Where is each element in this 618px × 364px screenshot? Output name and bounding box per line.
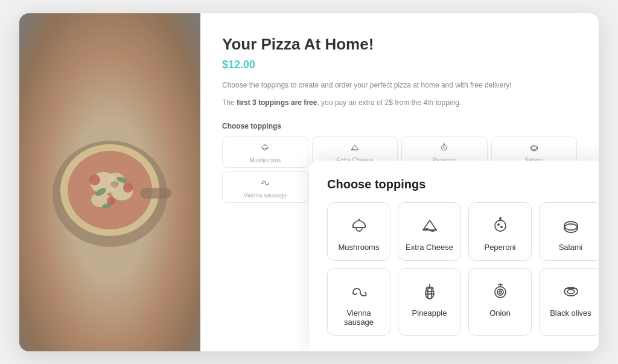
salami-icon-large bbox=[560, 214, 582, 237]
peperoni-name-large: Peperoni bbox=[484, 243, 515, 252]
topping-large-peperoni[interactable]: Peperoni bbox=[468, 202, 532, 261]
topping-large-vienna-sausage[interactable]: Vienna sausage bbox=[327, 268, 390, 336]
vienna-sausage-name-large: Vienna sausage bbox=[334, 308, 384, 327]
mushrooms-name-small: Mushrooms bbox=[249, 157, 281, 164]
main-card: Your Pizza At Home! $12.00 Choose the to… bbox=[19, 13, 599, 351]
salami-icon-small bbox=[529, 142, 540, 155]
topping-small-mushrooms[interactable]: Mushrooms bbox=[222, 136, 308, 168]
svg-point-44 bbox=[425, 288, 434, 299]
mushrooms-icon-small bbox=[260, 142, 270, 155]
product-description-1: Choose the toppings to create and order … bbox=[222, 80, 577, 91]
svg-point-39 bbox=[500, 226, 502, 227]
svg-point-50 bbox=[497, 289, 503, 295]
image-overlay bbox=[19, 13, 200, 351]
choose-toppings-label-small: Choose toppings bbox=[222, 122, 577, 130]
pizza-image bbox=[19, 13, 200, 351]
content-panel: Your Pizza At Home! $12.00 Choose the to… bbox=[200, 13, 599, 351]
svg-point-38 bbox=[497, 223, 499, 225]
product-image-panel bbox=[19, 13, 200, 351]
extra-cheese-name-large: Extra Cheese bbox=[406, 243, 453, 252]
floating-toppings-card: Choose toppings Mushrooms Extra Cheese P… bbox=[309, 161, 599, 351]
svg-point-21 bbox=[530, 147, 537, 151]
svg-point-51 bbox=[499, 291, 502, 293]
pineapple-icon-large bbox=[419, 279, 441, 302]
topping-large-black-olives[interactable]: Black olives bbox=[539, 268, 599, 336]
mushrooms-name-large: Mushrooms bbox=[339, 243, 380, 252]
black-olives-icon-large bbox=[560, 279, 582, 302]
topping-large-onion[interactable]: Onion bbox=[468, 268, 532, 336]
topping-small-vienna-sausage[interactable]: Vienna sausage bbox=[222, 171, 308, 203]
peperoni-icon-small bbox=[439, 142, 450, 155]
pineapple-name-large: Pineapple bbox=[412, 308, 447, 318]
mushrooms-icon-large bbox=[348, 214, 370, 237]
free-toppings-text: first 3 toppings are free bbox=[237, 98, 317, 107]
onion-name-large: Onion bbox=[489, 308, 511, 318]
topping-large-mushrooms[interactable]: Mushrooms bbox=[327, 202, 390, 261]
extra-cheese-icon-large bbox=[419, 214, 441, 237]
svg-point-17 bbox=[442, 145, 447, 150]
vienna-sausage-name-small: Vienna sausage bbox=[243, 192, 287, 199]
product-price: $12.00 bbox=[222, 59, 577, 71]
salami-name-large: Salami bbox=[559, 243, 583, 252]
peperoni-icon-large bbox=[489, 214, 511, 237]
vienna-sausage-icon-small bbox=[260, 177, 270, 190]
floating-title: Choose toppings bbox=[327, 177, 599, 191]
svg-point-49 bbox=[495, 287, 506, 298]
onion-icon-large bbox=[489, 279, 511, 302]
toppings-grid-large: Mushrooms Extra Cheese Peperoni Salami V… bbox=[327, 202, 599, 336]
topping-large-extra-cheese[interactable]: Extra Cheese bbox=[398, 202, 461, 261]
product-description-2: The first 3 toppings are free, you pay a… bbox=[222, 97, 577, 109]
product-title: Your Pizza At Home! bbox=[222, 35, 577, 54]
svg-point-54 bbox=[567, 289, 575, 293]
black-olives-name-large: Black olives bbox=[550, 308, 591, 318]
svg-point-19 bbox=[445, 148, 445, 148]
vienna-sausage-icon-large bbox=[348, 279, 370, 302]
svg-point-18 bbox=[443, 147, 444, 147]
topping-large-salami[interactable]: Salami bbox=[539, 202, 599, 261]
topping-large-pineapple[interactable]: Pineapple bbox=[398, 268, 461, 336]
svg-point-37 bbox=[495, 220, 506, 231]
extra-cheese-icon-small bbox=[349, 142, 360, 155]
